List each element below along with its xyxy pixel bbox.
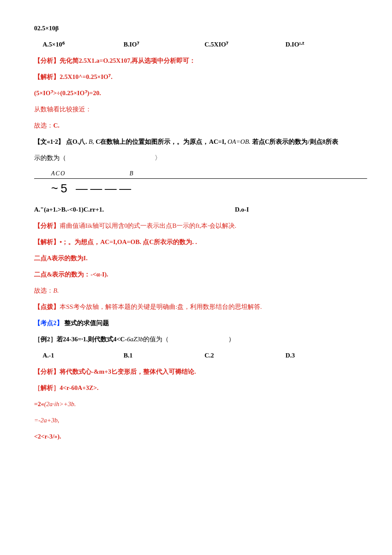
- q2-prompt-line2: 示的数为（ 〉: [34, 153, 366, 163]
- ex2-solution-label: ［解析］: [34, 384, 60, 391]
- q1-conclusion: 故选：C.: [34, 120, 366, 131]
- q2-solution-label: 【解析】: [34, 238, 60, 245]
- q1-analysis: 【分析】先化简2.5X1.a=O.25X107,再从选项中分析即可：: [34, 55, 366, 66]
- q2-line-a: 二点A表示的数为I.: [34, 253, 366, 263]
- conclusion-text: 故选：: [34, 122, 53, 129]
- ex2-prompt: ［例2］若24-36=·1.则代数式4<C-6aZ3b的值为（）: [34, 334, 366, 344]
- q2-text-c: C在数轴上的位置如图所示，。为原点，AC=I,: [96, 138, 226, 145]
- ex2-close: ）: [228, 336, 235, 343]
- q2-dianbo-label: 【点拨】: [34, 303, 60, 310]
- axis-aco: ACO: [51, 170, 66, 177]
- q2-option-b: B.-<0-1): [61, 206, 84, 213]
- ex2-options: A.-1 B.1 C.2 D.3: [43, 350, 366, 360]
- q2-option-d: D.o-I: [235, 206, 249, 213]
- q1-options: A.5×10⁶ B.IO⁷ C.5XIO⁷ D.IO¹·ᵗ: [43, 39, 366, 49]
- document-page: 02.5×10β A.5×10⁶ B.IO⁷ C.5XIO⁷ D.IO¹·ᵗ 【…: [0, 0, 392, 465]
- conclusion-value: C.: [53, 122, 60, 129]
- q2-options-row: A."(a+1.>B.-<0-1)C.rr+1. D.o-I: [34, 204, 366, 215]
- ex2-option-c: C.2: [205, 350, 285, 360]
- kaodian-title: 整式的求值问题: [64, 320, 109, 326]
- kaodian-label: 【考点2】: [34, 320, 63, 326]
- q1-solution-line1: 【解析】2.5X10^=0.25×IO⁷.: [34, 72, 366, 82]
- ex2-analysis-text: 将代数式心-&m+3匕变形后，整体代入可褥结论.: [60, 368, 196, 375]
- number-line-diagram: ACOB ~5 ————: [34, 169, 366, 198]
- q2-conclusion-value: B.: [53, 287, 59, 294]
- q1-solution-line2: (5×IO⁷>÷(0.25×IO⁷)=20.: [34, 88, 366, 98]
- q2-option-a: A."(a+1.>: [34, 206, 61, 213]
- ex2-option-d: D.3: [285, 350, 366, 360]
- ex2-option-a: A.-1: [43, 350, 124, 360]
- q2-text-a: 点O.八.: [66, 138, 87, 145]
- ex2-solution: ［解析］4<r-60A+3Z>.: [34, 383, 366, 393]
- analysis-text: 先化简2.5X1.a=O.25X107,再从选项中分析即可：: [60, 57, 196, 64]
- q2-dianbo: 【点拨】本SS考今故轴，解答本题的关键是明确曲:盘，利用数形结台的思坦解答.: [34, 302, 366, 312]
- q2-text-d: OA=OB.: [228, 138, 251, 145]
- axis-b: B: [130, 170, 133, 177]
- solution-label: 【解析】: [34, 73, 60, 80]
- q2-prompt: 【文«1·2】 点O.八. B, C在数轴上的位置如图所示，。为原点，AC=I,…: [34, 137, 366, 147]
- ex2-option-b: B.1: [124, 350, 205, 360]
- header-expression: 02.5×10β: [34, 23, 366, 33]
- ex2-prompt-a: ［例2］若24-36=·1.则代数式4<C-: [34, 336, 127, 343]
- ex2-step3: <2<r-3/»).: [34, 431, 366, 442]
- q2-analysis: 【分析】甫曲值诵Iik轴可以用含0的式一表示出点B一示的ft,本·会以解决.: [34, 221, 366, 231]
- analysis-label: 【分析】: [34, 57, 60, 64]
- q2-solution: 【解析】•；。为想点，AC=I,OA=OB. 点C所衣示的数为. .: [34, 237, 366, 247]
- q2-analysis-label: 【分析】: [34, 222, 60, 229]
- axis-ticks: ~5 ————: [51, 179, 366, 198]
- q1-option-d: D.IO¹·ᵗ: [285, 39, 366, 49]
- ex2-analysis-label: 【分析】: [34, 368, 60, 375]
- ex2-solution-text: 4<r-60A+3Z>.: [60, 384, 98, 391]
- q2-analysis-text: 甫曲值诵Iik轴可以用含0的式一表示出点B一示的ft,本·会以解决.: [60, 222, 236, 229]
- ex2-step1: =2«(2a·ih>+3b.: [34, 399, 366, 409]
- q2-label: 【文«1·2】: [34, 138, 64, 145]
- q2-line-b: 二点&表示的数为：-<α-I).: [34, 269, 366, 279]
- q2-text-b: B,: [89, 138, 94, 145]
- axis-point-labels: ACOB: [51, 169, 366, 178]
- ex2-step1-a: =2«: [34, 401, 44, 407]
- q1-option-a: A.5×10⁶: [43, 39, 124, 49]
- q2-close-bracket: 〉: [155, 154, 161, 161]
- ex2-prompt-c: 的值为（: [143, 336, 169, 343]
- q2-conclusion-label: 故选：: [34, 287, 53, 294]
- kaodian-2-heading: 【考点2】 整式的求值问题: [34, 318, 366, 328]
- q1-note: 从数轴看比较接近：: [34, 104, 366, 114]
- q2-dianbo-text: 本SS考今故轴，解答本题的关键是明确曲:盘，利用数形结台的思坦解答.: [60, 303, 262, 310]
- solution-text-1: 2.5X10^=0.25×IO⁷.: [60, 73, 112, 80]
- q2-text-e: 若点C所表示的数为/则点8所表: [252, 138, 339, 145]
- q2-solution-text: •；。为想点，AC=I,OA=OB. 点C所衣示的数为. .: [60, 238, 197, 245]
- axis-line: [34, 178, 367, 179]
- q2-conclusion: 故选：B.: [34, 285, 366, 296]
- q2-option-c: C.rr+1.: [84, 206, 104, 213]
- ex2-step1-b: (2a·ih>+3b.: [44, 401, 76, 407]
- ex2-step2: =-2a+3b,: [34, 415, 366, 425]
- ex2-prompt-b: 6aZ3b: [127, 336, 143, 343]
- ex2-analysis: 【分析】将代数式心-&m+3匕变形后，整体代入可褥结论.: [34, 366, 366, 377]
- q1-option-c: C.5XIO⁷: [205, 39, 285, 49]
- q1-option-b: B.IO⁷: [124, 39, 205, 49]
- q2-text-f: 示的数为（: [34, 154, 66, 161]
